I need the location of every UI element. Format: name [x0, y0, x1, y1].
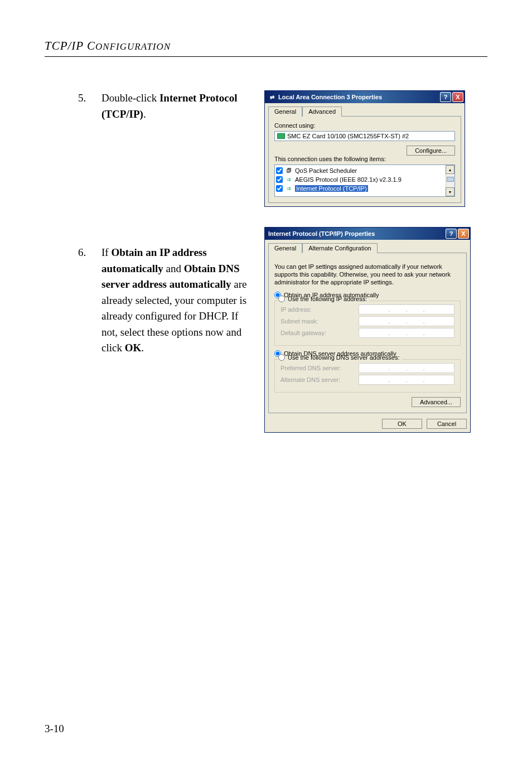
list-item-tcpip[interactable]: ⇉ Internet Protocol (TCP/IP)	[276, 184, 453, 193]
subnet-mask-label: Subnet mask:	[280, 318, 359, 325]
radio-manual-ip[interactable]	[278, 296, 285, 302]
adapter-field: SMC EZ Card 10/100 (SMC1255FTX-ST) #2	[274, 131, 455, 141]
step-5-number: 5.	[78, 90, 101, 122]
close-button-2[interactable]: X	[458, 229, 469, 239]
checkbox-qos[interactable]	[276, 167, 283, 174]
page-header: TCP/IP CONFIGURATION	[45, 39, 487, 53]
step-6-mid1: and	[163, 263, 184, 274]
help-button-2[interactable]: ?	[446, 229, 457, 239]
radio-manual-dns[interactable]	[278, 354, 285, 361]
radio-manual-dns-label: Use the following DNS server addresses:	[288, 354, 400, 361]
tab-advanced[interactable]: Advanced	[302, 107, 342, 117]
scroll-track[interactable]	[446, 174, 454, 187]
dialog1-title: Local Area Connection 3 Properties	[278, 94, 382, 100]
connection-properties-dialog: ⇄ Local Area Connection 3 Properties ? X…	[264, 90, 465, 207]
list-item-qos[interactable]: 🗐 QoS Packet Scheduler	[276, 166, 453, 175]
step-5-text: Double-click Internet Protocol (TCP/IP).	[101, 90, 257, 122]
tab-alt-config[interactable]: Alternate Configuration	[302, 243, 378, 253]
aegis-label: AEGIS Protocol (IEEE 802.1x) v2.3.1.9	[295, 176, 402, 183]
tab-general[interactable]: General	[268, 107, 302, 117]
radio-manual-ip-label: Use the following IP address:	[288, 296, 367, 302]
cancel-button[interactable]: Cancel	[427, 419, 467, 429]
preferred-dns-label: Preferred DNS server:	[280, 365, 359, 371]
step-6-text: If Obtain an IP address automatically an…	[101, 245, 257, 356]
tcpip-label: Internet Protocol (TCP/IP)	[295, 185, 368, 192]
network-icon: ⇄	[268, 93, 276, 101]
dialog2-titlebar[interactable]: Internet Protocol (TCP/IP) Properties ? …	[265, 228, 470, 240]
help-button[interactable]: ?	[440, 92, 451, 102]
step-6: 6. If Obtain an IP address automatically…	[45, 245, 257, 356]
listbox-scrollbar[interactable]: ▴ ▾	[446, 165, 454, 196]
gateway-label: Default gateway:	[280, 330, 359, 336]
step-6-pre: If	[101, 246, 111, 258]
configure-button[interactable]: Configure...	[407, 146, 455, 156]
connect-using-label: Connect using:	[274, 122, 455, 129]
alternate-dns-label: Alternate DNS server:	[280, 376, 359, 383]
ok-button[interactable]: OK	[382, 419, 422, 429]
tab-general-2[interactable]: General	[268, 243, 302, 253]
step-5-post: .	[143, 108, 146, 120]
header-text: TCP/IP CONFIGURATION	[45, 39, 171, 52]
scroll-down-button[interactable]: ▾	[446, 187, 454, 196]
scroll-up-button[interactable]: ▴	[446, 165, 454, 174]
step-5: 5. Double-click Internet Protocol (TCP/I…	[45, 90, 257, 122]
radio-manual-dns-row[interactable]: Use the following DNS server addresses:	[278, 354, 402, 361]
nic-icon	[277, 133, 285, 139]
protocol-icon-2: ⇉	[285, 185, 293, 192]
step-6-number: 6.	[78, 245, 101, 356]
page-number: 3-10	[45, 723, 64, 735]
gateway-field: ...	[359, 328, 454, 338]
advanced-button[interactable]: Advanced...	[412, 397, 461, 407]
step-5-pre: Double-click	[101, 92, 159, 104]
checkbox-tcpip[interactable]	[276, 185, 283, 192]
preferred-dns-field: ...	[359, 363, 454, 373]
manual-dns-fieldset: Use the following DNS server addresses: …	[274, 359, 461, 393]
subnet-mask-field: ...	[359, 316, 454, 326]
manual-ip-fieldset: Use the following IP address: IP address…	[274, 301, 461, 346]
dialog2-description: You can get IP settings assigned automat…	[274, 263, 461, 286]
items-label: This connection uses the following items…	[274, 156, 455, 162]
qos-label: QoS Packet Scheduler	[295, 167, 357, 174]
dialog2-title: Internet Protocol (TCP/IP) Properties	[268, 230, 375, 237]
dialog1-titlebar[interactable]: ⇄ Local Area Connection 3 Properties ? X	[265, 91, 465, 103]
adapter-name: SMC EZ Card 10/100 (SMC1255FTX-ST) #2	[287, 133, 409, 139]
tcpip-properties-dialog: Internet Protocol (TCP/IP) Properties ? …	[264, 227, 471, 433]
step-6-post: .	[141, 342, 144, 354]
ip-address-field: ...	[359, 304, 454, 315]
qos-icon: 🗐	[285, 167, 293, 175]
close-button[interactable]: X	[452, 92, 463, 102]
alternate-dns-field: ...	[359, 375, 454, 385]
checkbox-aegis[interactable]	[276, 176, 283, 183]
ip-address-label: IP address:	[280, 306, 359, 313]
radio-manual-ip-row[interactable]: Use the following IP address:	[278, 296, 369, 302]
header-rule	[45, 56, 487, 57]
items-listbox[interactable]: 🗐 QoS Packet Scheduler ⇉ AEGIS Protocol …	[274, 165, 455, 197]
protocol-icon: ⇉	[285, 176, 293, 183]
scroll-thumb[interactable]	[447, 177, 454, 182]
step-6-bold3: OK	[125, 342, 142, 354]
list-item-aegis[interactable]: ⇉ AEGIS Protocol (IEEE 802.1x) v2.3.1.9	[276, 175, 453, 184]
